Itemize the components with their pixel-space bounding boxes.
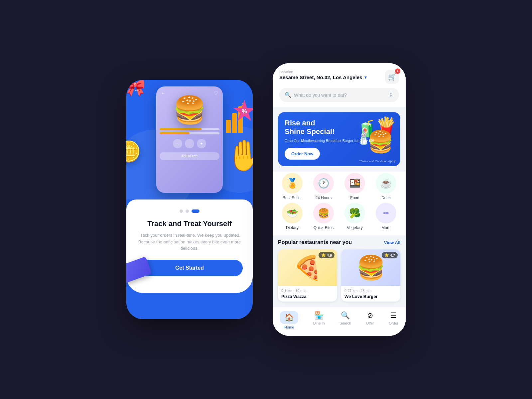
- nav-order-label: Order: [389, 321, 398, 325]
- hand-decoration: 🤚: [225, 138, 253, 173]
- order-icon: ☰: [390, 311, 397, 320]
- burger-rating: ⭐ 4.7: [382, 252, 398, 258]
- search-icon: 🔍: [285, 92, 291, 98]
- slider-2: [160, 132, 219, 134]
- right-phone-inner: Location Sesame Street, No.32, Los Angel…: [273, 63, 406, 336]
- mini-phone: ← ♡ 🍔 − · + Add to cart: [156, 86, 223, 193]
- banner-title: Rise andShine Special!: [285, 119, 394, 136]
- app-header: Location Sesame Street, No.32, Los Angel…: [273, 63, 406, 107]
- burger-image: 🍔 ⭐ 4.7: [341, 249, 400, 286]
- burger-3d: 🍔: [173, 94, 206, 126]
- 24hours-icon: 🕐: [318, 178, 330, 189]
- category-24hours[interactable]: 🕐 24 Hours: [309, 173, 338, 200]
- search-bar[interactable]: 🔍 What do you want to eat? 🎙: [279, 88, 399, 102]
- back-arrow[interactable]: ←: [134, 87, 140, 94]
- offer-icon: ⊘: [367, 311, 373, 320]
- restaurant-card-burger[interactable]: 🍔 ⭐ 4.7 0.27 km · 25 min We Love Burger: [341, 249, 400, 302]
- nav-home-label: Home: [284, 325, 294, 329]
- 24hours-circle: 🕐: [313, 173, 334, 194]
- left-phone: ← 🪙 🎀 % ↗ 🤚: [126, 80, 253, 319]
- cart-button[interactable]: 🛒 2: [385, 70, 399, 84]
- dietary-icon: 🥗: [287, 208, 298, 219]
- category-drink[interactable]: ☕ Drink: [372, 173, 400, 200]
- more-label: More: [381, 225, 390, 230]
- dot-3[interactable]: [192, 209, 200, 213]
- category-dietary[interactable]: 🥗 Dietary: [278, 203, 307, 230]
- chart-bar-2: [232, 113, 237, 133]
- pizza-info: 0.1 km · 10 min Pizza Wazza: [278, 286, 337, 302]
- location-chevron-icon: ▼: [364, 75, 368, 80]
- vegetary-icon: 🥦: [349, 208, 361, 219]
- dot-2[interactable]: [186, 209, 189, 213]
- add-to-cart-mini[interactable]: Add to cart: [160, 152, 219, 160]
- onboarding-description: Track your orders in real-time. We keep …: [136, 232, 243, 252]
- location-value[interactable]: Sesame Street, No.32, Los Angeles ▼: [279, 74, 367, 80]
- best-seller-circle: 🏅: [282, 173, 303, 194]
- burger-meta: 0.27 km · 25 min: [344, 289, 397, 293]
- order-now-button[interactable]: Order Now: [285, 148, 320, 160]
- ctrl-minus[interactable]: −: [173, 139, 182, 148]
- category-best-seller[interactable]: 🏅 Best Seller: [278, 173, 307, 200]
- scene: ← 🪙 🎀 % ↗ 🤚: [126, 63, 406, 336]
- nav-search[interactable]: 🔍 Search: [339, 311, 351, 329]
- location-container: Location Sesame Street, No.32, Los Angel…: [279, 70, 367, 80]
- cart-icon: 🛒: [388, 73, 396, 81]
- category-more[interactable]: ••• More: [372, 203, 400, 230]
- banner-highlight: Only $9!: [360, 139, 374, 143]
- food-icon: 🍱: [349, 178, 361, 189]
- categories-grid: 🏅 Best Seller 🕐 24 Hours: [278, 173, 400, 230]
- pizza-emoji: 🍕: [293, 254, 322, 281]
- hero-section: % ↗ 🤚 ← ♡ 🍔: [126, 80, 253, 200]
- category-vegetary[interactable]: 🥦 Vegetary: [340, 203, 369, 230]
- ctrl-plus[interactable]: +: [197, 139, 206, 148]
- mini-controls: − · +: [173, 139, 206, 148]
- pizza-meta: 0.1 km · 10 min: [281, 289, 334, 293]
- quick-bites-label: Quick Bites: [314, 225, 334, 230]
- drink-circle: ☕: [376, 173, 396, 194]
- category-food[interactable]: 🍱 Food: [340, 173, 369, 200]
- search-placeholder-text: What do you want to eat?: [294, 92, 386, 98]
- popular-title: Popular restaurants near you: [278, 239, 352, 245]
- popular-header: Popular restaurants near you View All: [278, 239, 400, 245]
- 24hours-label: 24 Hours: [316, 196, 332, 200]
- more-circle: •••: [376, 203, 396, 223]
- more-icon: •••: [383, 210, 389, 216]
- dietary-circle: 🥗: [282, 203, 303, 223]
- promo-banner: Rise andShine Special! Grab Our Mouthwat…: [278, 112, 400, 166]
- category-quick-bites[interactable]: 🍔 Quick Bites: [309, 203, 338, 230]
- best-seller-icon: 🏅: [287, 178, 298, 189]
- banner-subtitle: Grab Our Mouthwatering Breakfast Burger …: [285, 138, 394, 143]
- restaurant-card-pizza[interactable]: 🍕 ⭐ 4.9 0.1 km · 10 min Pizza Wazza: [278, 249, 337, 302]
- pizza-image: 🍕 ⭐ 4.9: [278, 249, 337, 286]
- main-content: Rise andShine Special! Grab Our Mouthwat…: [273, 107, 406, 333]
- dot-1[interactable]: [180, 209, 183, 213]
- drink-label: Drink: [381, 196, 391, 200]
- dietary-label: Dietary: [286, 225, 299, 230]
- bottom-navigation: 🏠 Home 🏪 Dine In 🔍 Search ⊘ Offer: [273, 307, 406, 336]
- onboarding-title: Track and Treat Yourself: [147, 219, 232, 228]
- nav-offer[interactable]: ⊘ Offer: [366, 311, 374, 329]
- nav-order[interactable]: ☰ Order: [389, 311, 398, 329]
- burger-info: 0.27 km · 25 min We Love Burger: [341, 286, 400, 302]
- search-nav-icon: 🔍: [341, 311, 350, 320]
- nav-home[interactable]: 🏠 Home: [280, 311, 298, 329]
- cart-badge: 2: [395, 68, 400, 74]
- mini-phone-content: 🍔 − · + Add to cart: [156, 98, 223, 193]
- location-row: Location Sesame Street, No.32, Los Angel…: [279, 70, 399, 84]
- nav-dine-in[interactable]: 🏪 Dine In: [313, 311, 325, 329]
- chart-bar-1: [226, 120, 231, 133]
- categories-section: 🏅 Best Seller 🕐 24 Hours: [273, 172, 406, 235]
- get-started-button[interactable]: Get Started: [136, 260, 243, 276]
- nav-offer-label: Offer: [366, 321, 374, 325]
- view-all-link[interactable]: View All: [384, 240, 400, 245]
- location-label: Location: [279, 70, 367, 74]
- vegetary-circle: 🥦: [344, 203, 365, 223]
- microphone-icon[interactable]: 🎙: [388, 92, 394, 98]
- banner-content: Rise andShine Special! Grab Our Mouthwat…: [285, 119, 394, 160]
- pizza-rating: ⭐ 4.9: [319, 252, 334, 258]
- slider-1: [160, 128, 219, 130]
- popular-section: Popular restaurants near you View All 🍕 …: [273, 239, 406, 307]
- pizza-name: Pizza Wazza: [281, 294, 334, 299]
- right-phone: Location Sesame Street, No.32, Los Angel…: [273, 63, 406, 336]
- coin-decoration: 🪙: [126, 140, 141, 163]
